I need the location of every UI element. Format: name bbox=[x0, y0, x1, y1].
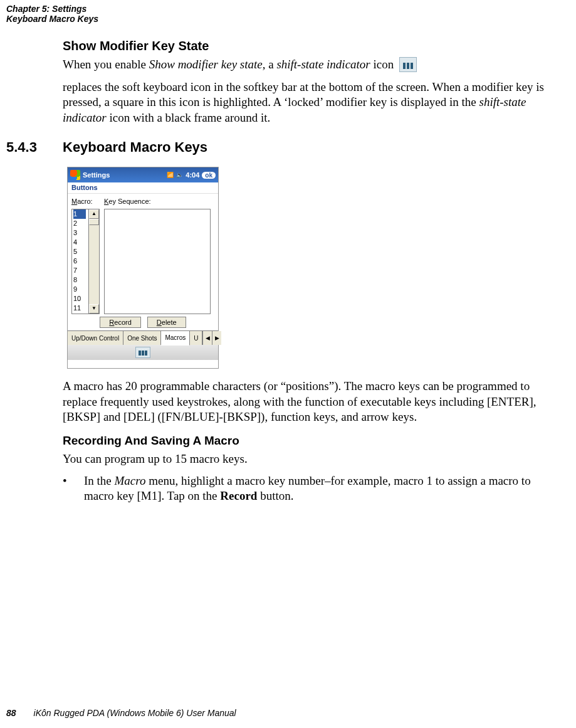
list-item[interactable]: 10 bbox=[73, 295, 81, 302]
list-item[interactable]: 8 bbox=[73, 276, 77, 283]
tab-scroll-left-icon[interactable]: ◀ bbox=[202, 331, 212, 345]
text-italic: Macro bbox=[115, 474, 146, 487]
scroll-up-icon[interactable]: ▲ bbox=[89, 209, 99, 219]
ok-button[interactable]: ok bbox=[202, 172, 216, 179]
wm-subtitle: Buttons bbox=[68, 182, 218, 194]
tab-one-shots[interactable]: One Shots bbox=[123, 331, 161, 345]
list-item[interactable]: 5 bbox=[73, 248, 77, 255]
text: ecord bbox=[114, 319, 132, 326]
list-item[interactable]: 2 bbox=[73, 219, 77, 227]
footer-title: iKôn Rugged PDA (Windows Mobile 6) User … bbox=[34, 708, 236, 718]
list-item[interactable]: 6 bbox=[73, 257, 77, 265]
wm-softkey-bar bbox=[68, 345, 218, 360]
tab-partial[interactable]: U bbox=[190, 331, 202, 345]
show-modifier-p2: replaces the soft keyboard icon in the s… bbox=[63, 80, 558, 126]
label-macro: Macro: bbox=[71, 198, 93, 205]
text: replaces the soft keyboard icon in the s… bbox=[63, 80, 544, 109]
text-italic: Show modifier key state bbox=[149, 58, 263, 71]
scrollbar[interactable]: ▲ ▼ bbox=[88, 209, 100, 314]
heading-recording: Recording And Saving A Macro bbox=[63, 434, 561, 448]
wm-title: Settings bbox=[83, 171, 110, 179]
bullet-item: • In the Macro menu, highlight a macro k… bbox=[63, 473, 558, 504]
volume-icon: 🔈 bbox=[176, 172, 183, 178]
page-number: 88 bbox=[6, 708, 16, 718]
mnemonic: M bbox=[71, 198, 77, 205]
section-title: Keyboard Macro Keys bbox=[63, 139, 207, 156]
device-screenshot: Settings 📶 🔈 4:04 ok Buttons Macro: Key … bbox=[67, 167, 219, 369]
text-bold: Record bbox=[220, 489, 257, 502]
text: ey Sequence: bbox=[108, 198, 150, 205]
header-section: Keyboard Macro Keys bbox=[6, 14, 98, 24]
wm-time: 4:04 bbox=[186, 171, 199, 179]
recording-p1: You can program up to 15 macro keys. bbox=[63, 451, 558, 467]
text: When you enable bbox=[63, 58, 149, 71]
wm-tabbar: Up/Down Control One Shots Macros U ◀ ▶ bbox=[68, 330, 218, 345]
tab-updown-control[interactable]: Up/Down Control bbox=[68, 331, 123, 345]
macro-listbox[interactable]: 1 2 3 4 5 6 7 8 9 10 11 bbox=[71, 209, 90, 314]
text: acro: bbox=[77, 198, 92, 205]
signal-icon: 📶 bbox=[167, 172, 174, 178]
text-italic: shift-state indicator bbox=[276, 58, 370, 71]
macro-paragraph: A macro has 20 programmable characters (… bbox=[63, 379, 558, 425]
text: elete bbox=[162, 319, 177, 326]
scroll-thumb[interactable] bbox=[89, 219, 99, 225]
shift-state-indicator-icon bbox=[399, 57, 417, 72]
list-item[interactable]: 11 bbox=[73, 304, 81, 312]
show-modifier-p1: When you enable Show modifier key state,… bbox=[63, 57, 558, 73]
text: , a bbox=[263, 58, 277, 71]
tab-scroll-right-icon[interactable]: ▶ bbox=[212, 331, 221, 345]
list-item[interactable]: 9 bbox=[73, 285, 77, 293]
key-sequence-box[interactable] bbox=[104, 209, 211, 314]
section-number: 5.4.3 bbox=[6, 139, 37, 156]
bullet-marker: • bbox=[63, 473, 84, 504]
mnemonic: D bbox=[157, 319, 162, 326]
text: icon bbox=[370, 58, 397, 71]
wm-topbar: Settings 📶 🔈 4:04 ok bbox=[68, 167, 218, 182]
bullet-text: In the Macro menu, highlight a macro key… bbox=[84, 473, 558, 504]
scroll-down-icon[interactable]: ▼ bbox=[89, 304, 99, 314]
list-item[interactable]: 4 bbox=[73, 238, 77, 246]
text: menu, highlight a macro key number–for e… bbox=[84, 474, 531, 503]
keyboard-icon[interactable] bbox=[135, 347, 150, 358]
heading-show-modifier: Show Modifier Key State bbox=[63, 39, 558, 53]
header-chapter: Chapter 5: Settings bbox=[6, 4, 86, 14]
list-item[interactable]: 3 bbox=[73, 229, 77, 236]
text: icon with a black frame around it. bbox=[107, 111, 271, 124]
text: In the bbox=[84, 474, 115, 487]
page-footer: 88iKôn Rugged PDA (Windows Mobile 6) Use… bbox=[6, 708, 236, 718]
list-item[interactable]: 7 bbox=[73, 266, 77, 274]
tab-macros[interactable]: Macros bbox=[161, 331, 190, 346]
text: button. bbox=[257, 489, 293, 502]
label-key-sequence: Key Sequence: bbox=[104, 198, 151, 205]
delete-button[interactable]: Delete bbox=[147, 317, 186, 328]
record-button[interactable]: Record bbox=[100, 317, 140, 328]
list-item[interactable]: 1 bbox=[73, 209, 86, 219]
windows-logo-icon bbox=[70, 170, 80, 180]
